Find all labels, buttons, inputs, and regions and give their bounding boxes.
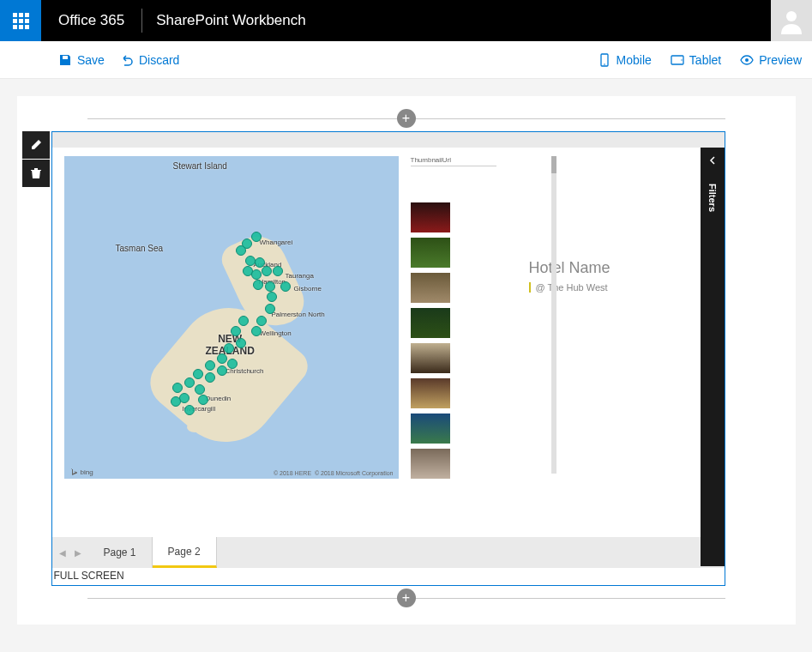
map-pin[interactable]: [205, 372, 215, 383]
filters-expand-button[interactable]: [701, 148, 725, 173]
map-pin[interactable]: [198, 395, 208, 405]
tab-page-1[interactable]: Page 1: [88, 537, 153, 568]
thumbnail-item[interactable]: [411, 202, 450, 232]
map-pin[interactable]: [251, 326, 262, 336]
map-pin[interactable]: [236, 245, 246, 256]
thumbnail-list: ThumbnailUrl: [411, 156, 496, 528]
map-pin[interactable]: [236, 338, 246, 348]
webpart-toolbar: [22, 131, 50, 188]
map-city-gisborne: Gisborne: [294, 285, 322, 293]
map-pin[interactable]: [265, 304, 275, 314]
mobile-button[interactable]: Mobile: [598, 53, 652, 67]
map-pin[interactable]: [251, 269, 262, 280]
map-pin[interactable]: [273, 266, 283, 276]
map-pin[interactable]: [172, 383, 183, 393]
save-button[interactable]: Save: [58, 53, 105, 67]
add-section-line-top: +: [87, 118, 725, 119]
map-pin[interactable]: [253, 280, 263, 290]
eye-icon: [740, 53, 754, 67]
powerbi-report: Tasman Sea Stewart Island NEW ZEALAND Wh…: [52, 132, 725, 568]
map-pin[interactable]: [171, 396, 181, 407]
webpart-frame: Tasman Sea Stewart Island NEW ZEALAND Wh…: [51, 131, 725, 586]
map-city-tauranga: Tauranga: [286, 272, 314, 280]
preview-button[interactable]: Preview: [740, 53, 802, 67]
scroll-thumb[interactable]: [551, 156, 556, 173]
map-pin[interactable]: [217, 365, 227, 376]
mobile-label: Mobile: [617, 53, 652, 67]
map-pin[interactable]: [251, 232, 262, 242]
tablet-button[interactable]: Tablet: [671, 53, 721, 67]
thumbnail-item[interactable]: [411, 378, 450, 408]
fullscreen-link[interactable]: FULL SCREEN: [52, 568, 725, 585]
map-pin[interactable]: [224, 343, 234, 353]
report-tabs: ◀ ▶ Page 1 Page 2: [52, 537, 725, 568]
add-section-button-bottom[interactable]: +: [397, 589, 416, 607]
thumbnail-scrollbar[interactable]: [551, 156, 556, 474]
discard-label: Discard: [139, 53, 179, 67]
app-name: SharePoint Workbench: [142, 12, 320, 29]
user-avatar[interactable]: [771, 0, 812, 41]
thumbnail-item[interactable]: [411, 414, 450, 444]
svg-point-4: [681, 59, 682, 60]
powerbi-webpart: Tasman Sea Stewart Island NEW ZEALAND Wh…: [51, 131, 725, 586]
map-pin[interactable]: [256, 316, 267, 326]
app-launcher-button[interactable]: [0, 0, 41, 41]
chevron-left-icon: [708, 156, 717, 165]
map-pin[interactable]: [238, 316, 249, 326]
report-top-gutter: [52, 132, 725, 148]
map-city-whangarei: Whangarei: [260, 238, 293, 246]
map-pin[interactable]: [265, 281, 275, 292]
tablet-label: Tablet: [689, 53, 721, 67]
trash-icon: [29, 166, 43, 180]
map-pin[interactable]: [245, 256, 256, 266]
map-pin[interactable]: [227, 359, 238, 369]
map-visual[interactable]: Tasman Sea Stewart Island NEW ZEALAND Wh…: [64, 156, 399, 479]
thumbnail-item[interactable]: [411, 238, 450, 268]
waffle-icon: [13, 13, 29, 29]
map-pin[interactable]: [195, 384, 205, 395]
map-pin[interactable]: [184, 377, 195, 388]
bing-icon: [69, 468, 78, 476]
thumbnail-header: ThumbnailUrl: [411, 156, 496, 166]
undo-icon: [120, 53, 134, 67]
map-pin[interactable]: [217, 353, 227, 364]
map-pin[interactable]: [231, 326, 241, 336]
map-pin[interactable]: [193, 369, 203, 379]
map-pin[interactable]: [267, 292, 277, 302]
map-pin[interactable]: [280, 281, 291, 292]
map-pin[interactable]: [205, 360, 215, 371]
add-section-button-top[interactable]: +: [397, 109, 416, 128]
detail-card: Hotel Name @ The Hub West: [508, 156, 725, 528]
map-label-tasman: Tasman Sea: [116, 244, 164, 253]
map-label-stewart: Stewart Island: [173, 161, 227, 171]
suite-header: Office 365 SharePoint Workbench: [0, 0, 812, 41]
save-label: Save: [77, 53, 105, 67]
map-city-wellington: Wellington: [260, 329, 292, 337]
tab-page-2[interactable]: Page 2: [153, 537, 217, 568]
delete-webpart-button[interactable]: [22, 160, 50, 187]
preview-label: Preview: [759, 53, 802, 67]
map-pin[interactable]: [184, 405, 195, 415]
tab-next-button[interactable]: ▶: [75, 548, 81, 558]
edit-webpart-button[interactable]: [22, 131, 50, 159]
add-section-line-bottom: +: [87, 598, 725, 599]
thumbnail-item[interactable]: [411, 343, 450, 373]
pencil-icon: [29, 138, 43, 152]
canvas-wrap: +: [0, 79, 812, 633]
discard-button[interactable]: Discard: [120, 53, 179, 67]
save-icon: [58, 53, 72, 67]
tab-prev-button[interactable]: ◀: [59, 548, 66, 558]
brand-label: Office 365: [41, 12, 141, 29]
canvas: +: [17, 96, 796, 625]
detail-subtitle: @ The Hub West: [529, 282, 716, 293]
thumbnail-item[interactable]: [411, 449, 450, 479]
thumbnail-item[interactable]: [411, 273, 450, 303]
person-icon: [778, 7, 805, 34]
tablet-icon: [671, 53, 684, 67]
svg-point-5: [745, 58, 749, 62]
map-attribution-left: bing: [69, 468, 93, 476]
thumbnail-item[interactable]: [411, 308, 450, 338]
command-bar: Save Discard Mobile Tablet Preview: [0, 41, 812, 79]
detail-title: Hotel Name: [529, 259, 716, 277]
map-pin[interactable]: [262, 266, 272, 276]
